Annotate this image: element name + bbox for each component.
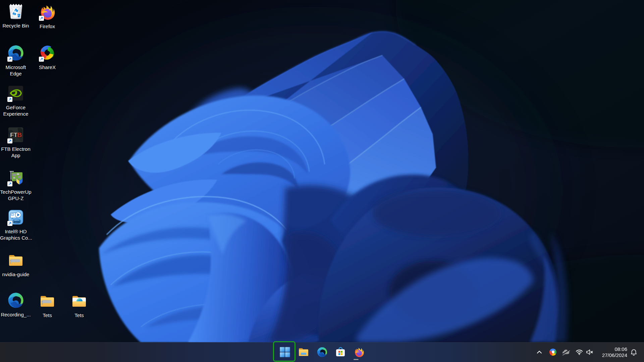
svg-text:intel: intel bbox=[13, 220, 20, 223]
svg-text:FTB: FTB bbox=[10, 131, 21, 138]
